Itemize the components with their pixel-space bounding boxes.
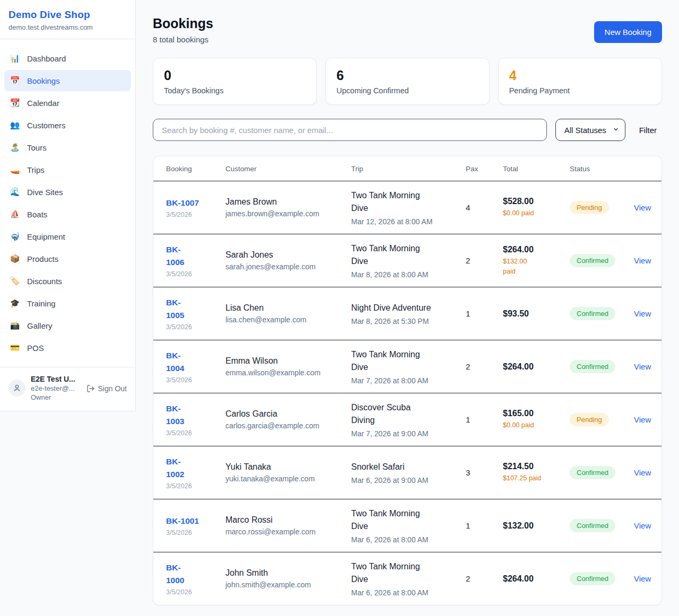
sidebar-item-customers[interactable]: 👥 Customers <box>4 115 131 136</box>
total-cell: $264.00 <box>503 574 570 584</box>
actions-cell: View <box>634 574 658 584</box>
brand-domain: demo.test.divestreams.com <box>8 23 127 31</box>
table-row: BK- 1006 3/5/2026 Sarah Jones sarah.jone… <box>153 234 661 287</box>
sidebar-item-label: Gallery <box>27 321 53 330</box>
booking-cell: BK- 1003 3/5/2026 <box>166 402 225 437</box>
total-amount: $264.00 <box>503 362 562 372</box>
booking-date: 3/5/2026 <box>166 323 218 331</box>
view-link[interactable]: View <box>634 256 651 265</box>
sidebar-item-equipment[interactable]: 🤿 Equipment <box>4 226 131 247</box>
booking-id-link[interactable]: BK- 1005 <box>166 296 184 322</box>
sidebar-item-dashboard[interactable]: 📊 Dashboard <box>4 48 131 69</box>
customer-cell: Yuki Tanaka yuki.tanaka@example.com <box>225 462 351 483</box>
booking-id-link[interactable]: BK-1007 <box>166 197 199 209</box>
sidebar-item-boats[interactable]: ⛵ Boats <box>4 204 131 225</box>
search-input[interactable] <box>153 119 547 141</box>
status-cell: Confirmed <box>570 572 634 585</box>
trip-cell: Discover Scuba Diving Mar 7, 2026 at 9:0… <box>351 401 466 438</box>
sidebar-item-calendar[interactable]: 📆 Calendar <box>4 92 131 113</box>
total-cell: $264.00 $132.00 paid <box>503 245 570 276</box>
status-badge: Confirmed <box>570 360 615 373</box>
total-amount: $264.00 <box>503 574 562 584</box>
booking-id-link[interactable]: BK- 1004 <box>166 349 184 375</box>
people-icon: 👥 <box>10 120 20 130</box>
trip-name: Two Tank Morning Dive <box>351 189 458 215</box>
status-badge: Confirmed <box>570 572 615 585</box>
trip-datetime: Mar 6, 2026 at 9:00 AM <box>351 476 458 485</box>
page-header: Bookings 8 total bookings New Booking <box>153 16 662 44</box>
booking-id-link[interactable]: BK- 1002 <box>166 455 184 481</box>
sidebar-item-dive-sites[interactable]: 🌊 Dive Sites <box>4 181 131 203</box>
sidebar-item-products[interactable]: 📦 Products <box>4 248 131 269</box>
pax-value: 4 <box>466 203 503 212</box>
customer-name: John Smith <box>225 568 344 578</box>
bar-chart-icon: 📊 <box>10 54 20 63</box>
booking-cell: BK-1007 3/5/2026 <box>166 197 225 218</box>
trip-datetime: Mar 6, 2026 at 8:00 AM <box>351 535 458 544</box>
bookings-table: Booking Customer Trip Pax Total Status B… <box>153 156 662 605</box>
sidebar-item-label: Tours <box>27 143 47 152</box>
brand-name[interactable]: Demo Dive Shop <box>8 9 127 21</box>
total-cell: $132.00 <box>503 521 570 531</box>
table-row: BK- 1002 3/5/2026 Yuki Tanaka yuki.tanak… <box>153 446 661 499</box>
status-cell: Confirmed <box>570 466 634 479</box>
trip-cell: Snorkel Safari Mar 6, 2026 at 9:00 AM <box>351 461 466 485</box>
sign-out-label: Sign Out <box>98 384 127 393</box>
view-link[interactable]: View <box>634 574 651 583</box>
customer-email: marco.rossi@example.com <box>225 527 344 536</box>
status-filter-select[interactable]: All Statuses <box>555 119 625 141</box>
sidebar-item-tours[interactable]: 🏝️ Tours <box>4 137 131 158</box>
total-amount: $93.50 <box>503 309 562 319</box>
sidebar: Demo Dive Shop demo.test.divestreams.com… <box>0 0 136 411</box>
tag-icon: 🏷️ <box>10 276 20 286</box>
sidebar-item-training[interactable]: 🎓 Training <box>4 293 131 314</box>
trip-datetime: Mar 8, 2026 at 8:00 AM <box>351 270 458 279</box>
booking-id-link[interactable]: BK- 1006 <box>166 243 184 269</box>
customer-email: lisa.chen@example.com <box>225 315 344 324</box>
view-link[interactable]: View <box>634 203 651 212</box>
customer-cell: Sarah Jones sarah.jones@example.com <box>225 250 351 271</box>
filter-row: All Statuses Filter <box>153 119 662 141</box>
trip-datetime: Mar 12, 2026 at 8:00 AM <box>351 217 458 226</box>
sidebar-item-trips[interactable]: 🚤 Trips <box>4 159 131 180</box>
customer-email: carlos.garcia@example.com <box>225 421 344 430</box>
booking-id-link[interactable]: BK- 1003 <box>166 402 184 428</box>
new-booking-button[interactable]: New Booking <box>594 21 662 43</box>
sidebar-item-bookings[interactable]: 📅 Bookings <box>4 70 131 91</box>
trip-cell: Night Dive Adventure Mar 8, 2026 at 5:30… <box>351 302 466 325</box>
sidebar-item-pos[interactable]: 💳 POS <box>4 337 131 358</box>
stat-label: Today's Bookings <box>164 86 306 95</box>
view-link[interactable]: View <box>634 521 651 530</box>
avatar <box>8 380 25 397</box>
sidebar-item-discounts[interactable]: 🏷️ Discounts <box>4 270 131 292</box>
view-link[interactable]: View <box>634 415 651 424</box>
trip-cell: Two Tank Morning Dive Mar 8, 2026 at 8:0… <box>351 242 466 279</box>
diving-mask-icon: 🤿 <box>10 232 20 241</box>
column-header-total: Total <box>503 165 570 173</box>
customer-email: emma.wilson@example.com <box>225 368 344 377</box>
filter-button[interactable]: Filter <box>634 126 662 135</box>
sidebar-item-label: Bookings <box>27 76 60 85</box>
customer-name: James Brown <box>225 197 344 207</box>
pax-value: 2 <box>466 256 503 265</box>
pax-value: 3 <box>466 468 503 477</box>
stat-label: Upcoming Confirmed <box>336 86 478 95</box>
view-link[interactable]: View <box>634 362 651 371</box>
customer-name: Lisa Chen <box>225 303 344 313</box>
booking-id-link[interactable]: BK- 1000 <box>166 561 184 587</box>
main-content: Bookings 8 total bookings New Booking 0 … <box>136 0 679 616</box>
status-cell: Pending <box>570 201 634 214</box>
sidebar-item-label: Dive Sites <box>27 188 63 197</box>
stat-card: 4 Pending Payment <box>498 58 662 105</box>
column-header-customer: Customer <box>225 165 351 173</box>
customer-name: Carlos Garcia <box>225 409 344 419</box>
view-link[interactable]: View <box>634 468 651 477</box>
table-row: BK- 1003 3/5/2026 Carlos Garcia carlos.g… <box>153 393 661 446</box>
trip-datetime: Mar 7, 2026 at 8:00 AM <box>351 376 458 385</box>
booking-id-link[interactable]: BK-1001 <box>166 515 199 527</box>
sidebar-item-gallery[interactable]: 📸 Gallery <box>4 315 131 336</box>
booking-date: 3/5/2026 <box>166 482 218 490</box>
sign-out-button[interactable]: Sign Out <box>86 384 127 393</box>
speedboat-icon: 🚤 <box>10 165 20 174</box>
view-link[interactable]: View <box>634 309 651 318</box>
